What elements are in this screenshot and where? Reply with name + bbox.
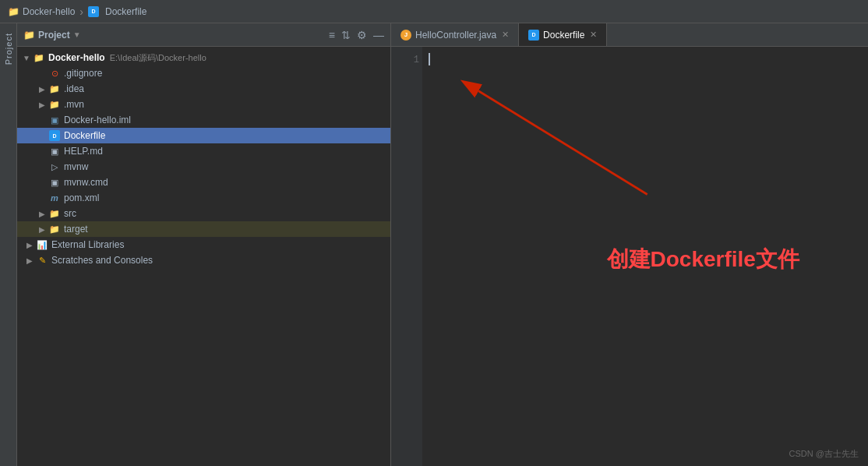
project-folder-icon: 📁 xyxy=(8,6,19,17)
tree-item-iml[interactable]: ▣ Docker-hello.iml xyxy=(17,112,390,128)
editor-panel: J HelloController.java ✕ D Dockerfile ✕ … xyxy=(391,23,868,466)
tab-dockerfile-label: Dockerfile xyxy=(543,30,584,41)
minimize-icon[interactable]: — xyxy=(373,29,384,41)
target-folder-icon: 📁 xyxy=(48,223,61,235)
root-label: Docker-hello xyxy=(48,52,105,63)
watermark: CSDN @吉士先生 xyxy=(789,448,859,460)
mvnwcmd-icon: ▣ xyxy=(48,176,61,189)
java-tab-icon: J xyxy=(400,30,411,41)
tree-item-dockerfile[interactable]: D Dockerfile xyxy=(17,128,390,143)
dockerfile-breadcrumb-icon: D xyxy=(88,6,99,17)
side-tab-bar: Project xyxy=(0,23,17,466)
breadcrumb-project[interactable]: 📁 Docker-hello xyxy=(8,6,75,17)
panel-title-label: Project xyxy=(38,30,70,41)
mvnwcmd-label: mvnw.cmd xyxy=(64,177,108,188)
scratches-label: Scratches and Consoles xyxy=(51,255,153,266)
tab-dockerfile[interactable]: D Dockerfile ✕ xyxy=(519,23,607,46)
mvn-folder-icon: 📁 xyxy=(48,98,61,111)
tree-item-idea[interactable]: ▶ 📁 .idea xyxy=(17,81,390,97)
tree-item-helpmd[interactable]: ▣ HELP.md xyxy=(17,143,390,159)
docker-tab-icon: D xyxy=(528,30,539,41)
breadcrumb-separator: › xyxy=(79,5,83,18)
annotation-text: 创建Dockerfile文件 xyxy=(607,252,799,267)
panel-title: 📁 Project ▼ xyxy=(23,30,81,41)
tab-hellocontroller-close[interactable]: ✕ xyxy=(502,30,509,40)
text-cursor xyxy=(429,53,430,65)
idea-folder-icon: 📁 xyxy=(48,83,61,95)
dockerfile-label: Dockerfile xyxy=(64,130,105,141)
ext-libs-arrow: ▶ xyxy=(23,241,36,249)
svg-line-1 xyxy=(478,91,647,195)
editor-tabs: J HelloController.java ✕ D Dockerfile ✕ xyxy=(391,23,868,47)
title-bar: 📁 Docker-hello › D Dockerfile xyxy=(0,0,868,23)
target-arrow: ▶ xyxy=(36,225,48,234)
mvn-arrow: ▶ xyxy=(36,101,48,109)
panel-header: 📁 Project ▼ ≡ ⇅ ⚙ — xyxy=(17,23,390,47)
tree-item-ext-libs[interactable]: ▶ 📊 External Libraries xyxy=(17,237,390,252)
target-label: target xyxy=(64,224,88,235)
tree-item-pomxml[interactable]: m pom.xml xyxy=(17,190,390,206)
panel-actions: ≡ ⇅ ⚙ — xyxy=(329,29,384,41)
project-tree: ▼ 📁 Docker-hello E:\Ideal源码\Docker-hello… xyxy=(17,47,390,466)
project-panel: 📁 Project ▼ ≡ ⇅ ⚙ — ▼ 📁 Docker-hello E:\… xyxy=(17,23,391,466)
gitignore-label: .gitignore xyxy=(64,68,102,79)
settings-icon[interactable]: ⚙ xyxy=(357,29,367,41)
mvnw-label: mvnw xyxy=(64,161,88,172)
pomxml-icon: m xyxy=(48,192,61,204)
idea-arrow: ▶ xyxy=(36,85,48,94)
editor-area[interactable]: 创建Dockerfile文件 xyxy=(422,47,868,466)
src-arrow: ▶ xyxy=(36,210,48,218)
dockerfile-icon: D xyxy=(48,129,61,142)
line-number-1: 1 xyxy=(394,53,419,67)
gitignore-icon: ⊙ xyxy=(48,67,61,79)
root-folder-icon: 📁 xyxy=(33,51,45,64)
iml-icon: ▣ xyxy=(48,114,61,126)
iml-label: Docker-hello.iml xyxy=(64,115,131,125)
src-label: src xyxy=(64,208,76,219)
scratches-arrow: ▶ xyxy=(23,256,36,265)
panel-dropdown-icon[interactable]: ▼ xyxy=(73,30,81,39)
tree-item-src[interactable]: ▶ 📁 src xyxy=(17,206,390,221)
tab-hellocontroller[interactable]: J HelloController.java ✕ xyxy=(391,23,519,46)
breadcrumb-file[interactable]: D Dockerfile xyxy=(88,6,146,17)
scratches-icon: ✎ xyxy=(36,254,48,267)
tree-item-mvnw[interactable]: ▷ mvnw xyxy=(17,159,390,175)
root-path: E:\Ideal源码\Docker-hello xyxy=(110,52,206,64)
line-numbers: 1 xyxy=(391,47,422,466)
tab-hellocontroller-label: HelloController.java xyxy=(415,30,496,41)
main-layout: Project 📁 Project ▼ ≡ ⇅ ⚙ — ▼ 📁 xyxy=(0,23,868,466)
root-arrow: ▼ xyxy=(20,54,33,62)
project-tab-label[interactable]: Project xyxy=(2,30,15,68)
tree-item-mvn[interactable]: ▶ 📁 .mvn xyxy=(17,97,390,112)
editor-content: 1 创建Dockerfile文件 xyxy=(391,47,868,466)
src-folder-icon: 📁 xyxy=(48,207,61,220)
tree-item-gitignore[interactable]: ⊙ .gitignore xyxy=(17,65,390,81)
annotation-arrow xyxy=(422,47,868,466)
ext-libs-label: External Libraries xyxy=(51,239,124,250)
collapse-all-icon[interactable]: ≡ xyxy=(329,29,335,41)
mvnw-icon: ▷ xyxy=(48,161,61,173)
tree-root-item[interactable]: ▼ 📁 Docker-hello E:\Ideal源码\Docker-hello xyxy=(17,50,390,65)
tree-item-target[interactable]: ▶ 📁 target xyxy=(17,221,390,237)
tree-item-scratches[interactable]: ▶ ✎ Scratches and Consoles xyxy=(17,252,390,268)
md-icon: ▣ xyxy=(48,145,61,157)
expand-icon[interactable]: ⇅ xyxy=(341,29,351,41)
ext-libs-icon: 📊 xyxy=(36,238,48,251)
tree-item-mvnwcmd[interactable]: ▣ mvnw.cmd xyxy=(17,175,390,190)
cursor-line xyxy=(429,53,862,65)
panel-folder-icon: 📁 xyxy=(23,30,35,41)
breadcrumb-project-label: Docker-hello xyxy=(23,6,75,17)
tab-dockerfile-close[interactable]: ✕ xyxy=(590,30,597,40)
idea-label: .idea xyxy=(64,83,84,94)
helpmd-label: HELP.md xyxy=(64,146,103,157)
pomxml-label: pom.xml xyxy=(64,192,99,203)
breadcrumb-file-label: Dockerfile xyxy=(105,6,146,17)
mvn-label: .mvn xyxy=(64,99,84,110)
